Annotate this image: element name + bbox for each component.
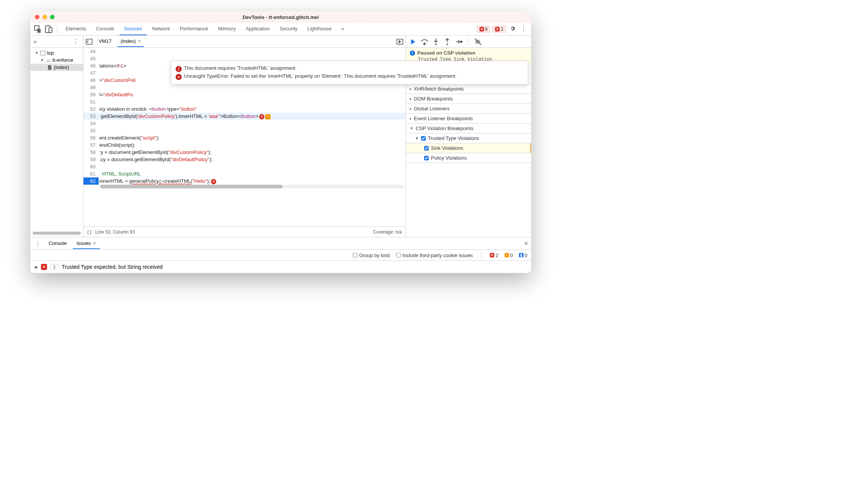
resume-button[interactable] <box>409 38 417 46</box>
policy-violations-checkbox[interactable] <box>424 156 429 160</box>
tab-performance[interactable]: Performance <box>175 23 212 35</box>
section-global-listeners[interactable]: ▸Global Listeners <box>406 104 531 114</box>
step-button[interactable] <box>454 38 463 46</box>
source-editor: VM17 (index)× 44 45 46lations</h1> 47 48… <box>83 36 406 237</box>
tab-security[interactable]: Security <box>275 23 302 35</box>
drawer-panel: ⋮ Console Issues× × Group by kind Includ… <box>30 237 531 273</box>
devtools-window: DevTools - tt-enforced.glitch.me/ Elemen… <box>30 11 531 273</box>
cursor-position: Line 53, Column 93 <box>95 229 135 235</box>
file-nav-icon[interactable] <box>86 38 93 45</box>
navigator-menu-icon[interactable]: ⋮ <box>71 36 80 47</box>
section-csp-violation-breakpoints[interactable]: ▼CSP Violation Breakpoints <box>406 124 531 133</box>
section-dom-breakpoints[interactable]: ▸DOM Breakpoints <box>406 94 531 104</box>
issue-text: Trusted Type expected, but String receiv… <box>62 264 163 270</box>
main-tabs: Elements Console Sources Network Perform… <box>61 23 475 35</box>
more-menu-icon[interactable]: ⋮ <box>519 24 528 34</box>
step-over-button[interactable] <box>420 38 429 46</box>
horizontal-scrollbar[interactable] <box>100 185 404 188</box>
coverage-status: Coverage: n/a <box>373 229 402 235</box>
step-into-button[interactable] <box>432 38 440 46</box>
svg-rect-3 <box>41 51 45 55</box>
error-icon: ✕ <box>41 264 47 270</box>
file-tab-index[interactable]: (index)× <box>118 36 144 47</box>
file-tab-vm17[interactable]: VM17 <box>96 36 115 47</box>
main-toolbar: Elements Console Sources Network Perform… <box>30 23 531 36</box>
issue-row-trusted-type[interactable]: ▶ ✕ 1 Trusted Type expected, but String … <box>30 261 531 273</box>
navigator-panel: » ⋮ ▼top ▼tt-enforce (index) <box>30 36 83 237</box>
issue-count-badge[interactable]: ✕2 <box>492 26 506 33</box>
tab-network[interactable]: Network <box>148 23 175 35</box>
error-x-icon: ✕ <box>176 74 182 80</box>
close-drawer-tab-icon[interactable]: × <box>93 240 96 246</box>
section-event-listener-breakpoints[interactable]: ▸Event Listener Breakpoints <box>406 114 531 124</box>
tab-memory[interactable]: Memory <box>214 23 241 35</box>
inspect-element-icon[interactable] <box>33 25 42 34</box>
close-drawer-icon[interactable]: × <box>524 240 528 248</box>
trusted-type-checkbox[interactable] <box>421 136 426 141</box>
titlebar: DevTools - tt-enforced.glitch.me/ <box>30 11 531 23</box>
error-marker-icon[interactable]: ✕ <box>259 114 264 119</box>
settings-icon[interactable] <box>508 24 517 35</box>
svg-point-9 <box>461 41 462 42</box>
tree-file-index[interactable]: (index) <box>30 64 83 71</box>
tree-domain[interactable]: ▼tt-enforce <box>30 56 83 64</box>
deactivate-breakpoints-button[interactable] <box>474 38 482 46</box>
error-icon: ✕ <box>490 253 494 257</box>
svg-point-6 <box>424 43 425 44</box>
editor-status-bar: { }Line 53, Column 93 Coverage: n/a <box>83 226 406 237</box>
third-party-cookies-checkbox[interactable]: Include third-party cookie issues <box>396 253 473 258</box>
svg-point-7 <box>435 43 437 45</box>
window-title: DevTools - tt-enforced.glitch.me/ <box>30 14 531 20</box>
issue-icon: ✕ <box>495 27 500 31</box>
chevron-right-icon: ▶ <box>35 265 38 270</box>
issues-error-count: ✕2 <box>490 253 498 258</box>
issue-count-pill: 1 <box>50 264 59 270</box>
sink-violations-checkbox[interactable] <box>424 146 429 151</box>
issues-info-count: ❚0 <box>519 253 527 258</box>
warning-marker-icon[interactable]: ! <box>265 114 270 119</box>
tab-console[interactable]: Console <box>91 23 119 35</box>
drawer-menu-icon[interactable]: ⋮ <box>33 238 42 249</box>
error-tooltip: 2This document requires 'TrustedHTML' as… <box>171 61 528 85</box>
issues-warning-count: !0 <box>505 253 513 258</box>
svg-rect-2 <box>49 28 52 33</box>
run-snippet-icon[interactable] <box>396 38 403 45</box>
info-icon: i <box>410 50 415 56</box>
drawer-tab-console[interactable]: Console <box>45 238 71 249</box>
device-toolbar-icon[interactable] <box>44 25 53 34</box>
step-out-button[interactable] <box>443 38 451 46</box>
group-by-kind-checkbox[interactable]: Group by kind <box>353 253 390 258</box>
checkbox-sink-violations[interactable]: Sink Violations <box>406 143 531 153</box>
tab-lighthouse[interactable]: Lighthouse <box>303 23 336 35</box>
info-icon: ❚ <box>519 253 524 257</box>
section-xhr-breakpoints[interactable]: ▸XHR/fetch Breakpoints <box>406 84 531 94</box>
pretty-print-icon[interactable]: { } <box>87 229 91 235</box>
error-icon: ✕ <box>480 27 484 31</box>
tree-top[interactable]: ▼top <box>30 49 83 56</box>
more-tabs-icon[interactable]: » <box>337 23 349 35</box>
tab-sources[interactable]: Sources <box>120 23 147 35</box>
svg-point-8 <box>447 43 448 45</box>
tab-elements[interactable]: Elements <box>61 23 91 35</box>
checkbox-trusted-type-violations[interactable]: ▼Trusted Type Violations <box>406 133 531 143</box>
checkbox-policy-violations[interactable]: Policy Violations <box>406 153 531 163</box>
warning-icon: ! <box>505 253 509 257</box>
expand-navigator-icon[interactable]: » <box>33 38 37 45</box>
error-count-badge[interactable]: ✕6 <box>477 26 491 33</box>
file-tree: ▼top ▼tt-enforce (index) <box>30 48 83 232</box>
error-marker-icon[interactable]: ✕ <box>211 179 216 184</box>
drawer-tab-issues[interactable]: Issues× <box>73 238 100 249</box>
error-count-icon: 2 <box>176 66 182 72</box>
tab-application[interactable]: Application <box>241 23 275 35</box>
scrollbar[interactable] <box>33 232 81 235</box>
close-tab-icon[interactable]: × <box>138 38 141 44</box>
